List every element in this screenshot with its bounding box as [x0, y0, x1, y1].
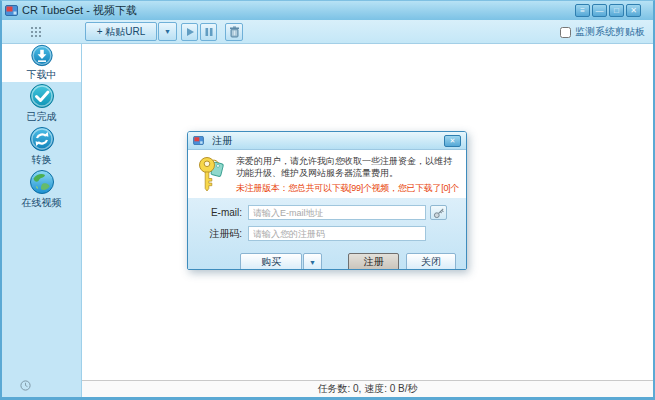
email-row: E-mail: — [198, 205, 456, 220]
minimize-icon[interactable]: — — [592, 4, 607, 17]
key-icon — [198, 156, 226, 196]
statusbar: 任务数: 0, 速度: 0 B/秒 — [82, 380, 653, 397]
regcode-field[interactable] — [248, 226, 426, 241]
close-icon[interactable]: ✕ — [626, 4, 641, 17]
globe-icon — [29, 169, 55, 195]
app-icon — [5, 5, 18, 16]
play-icon — [185, 27, 195, 37]
sidebar-item-online-video[interactable]: 在线视频 — [2, 168, 81, 211]
clipboard-checkbox[interactable] — [560, 27, 571, 38]
dialog-buttons: 购买 ▼ 注册 关闭 — [198, 247, 456, 270]
regcode-label: 注册码: — [198, 227, 242, 241]
buy-dropdown-icon[interactable]: ▼ — [303, 253, 321, 270]
dialog-title: 注册 — [212, 134, 232, 148]
register-message: 亲爱的用户，请允许我向您收取一些注册资金，以维持功能升级、维护及网站服务器流量费… — [236, 156, 458, 179]
sidebar-item-label: 转换 — [32, 153, 52, 167]
register-form: E-mail: 注册码: 购买 ▼ 注册 — [188, 198, 466, 242]
dialog-message-area: 亲爱的用户，请允许我向您收取一些注册资金，以维持功能升级、维护及网站服务器流量费… — [188, 150, 466, 198]
small-key-icon — [433, 207, 445, 219]
download-circle-icon — [29, 44, 55, 67]
paste-url-button[interactable]: + 粘贴URL — [85, 22, 157, 41]
sidebar-item-label: 在线视频 — [22, 196, 62, 210]
titlebar: CR TubeGet - 视频下载 ≡ — □ ✕ — [2, 1, 653, 20]
sidebar: 下载中 已完成 转换 — [2, 44, 82, 397]
buy-button[interactable]: 购买 — [240, 253, 302, 270]
sidebar-item-label: 下载中 — [27, 68, 57, 82]
status-text: 任务数: 0, 速度: 0 B/秒 — [317, 382, 417, 396]
delete-task-button[interactable] — [225, 23, 243, 41]
paste-url-dropdown-icon[interactable]: ▼ — [158, 22, 177, 41]
dialog-close-icon[interactable]: ✕ — [444, 135, 461, 147]
email-label: E-mail: — [198, 207, 242, 218]
pause-download-button[interactable] — [200, 23, 217, 41]
sidebar-item-label: 已完成 — [27, 110, 57, 124]
convert-circle-icon — [29, 126, 55, 152]
unregistered-warning: 未注册版本：您总共可以下载[99]个视频，您已下载了[0]个 — [236, 182, 458, 195]
sidebar-item-convert[interactable]: 转换 — [2, 125, 81, 168]
window-menu-icon[interactable]: ≡ — [575, 4, 590, 17]
window-controls: ≡ — □ ✕ — [575, 4, 641, 17]
toolbar: + 粘贴URL ▼ 监测系统剪贴板 — [2, 20, 653, 44]
drag-handle-icon[interactable] — [30, 26, 43, 39]
clock-icon — [20, 380, 31, 391]
trash-icon — [229, 26, 240, 38]
maximize-icon[interactable]: □ — [609, 4, 624, 17]
regcode-row: 注册码: — [198, 226, 456, 241]
sidebar-item-completed[interactable]: 已完成 — [2, 82, 81, 125]
clipboard-checkbox-label: 监测系统剪贴板 — [575, 25, 645, 39]
register-button[interactable]: 注册 — [348, 253, 400, 270]
dialog-body: 亲爱的用户，请允许我向您收取一些注册资金，以维持功能升级、维护及网站服务器流量费… — [188, 150, 466, 269]
start-download-button[interactable] — [181, 23, 198, 41]
register-dialog: 注册 ✕ 亲爱的用户，请允许我向您收取一些注册资金，以维持功能升级、维护及网站服… — [187, 131, 467, 270]
sidebar-item-downloading[interactable]: 下载中 — [2, 44, 81, 82]
dialog-titlebar: 注册 ✕ — [188, 132, 466, 150]
app-window: CR TubeGet - 视频下载 ≡ — □ ✕ + 粘贴URL ▼ — [0, 0, 655, 400]
check-circle-icon — [29, 83, 55, 109]
pause-icon — [204, 27, 214, 37]
fetch-code-button[interactable] — [430, 205, 447, 220]
email-field[interactable] — [248, 205, 426, 220]
window-title: CR TubeGet - 视频下载 — [22, 3, 137, 18]
clipboard-monitor-group: 监测系统剪贴板 — [560, 25, 645, 39]
dialog-app-icon — [193, 136, 204, 145]
dialog-message-text: 亲爱的用户，请允许我向您收取一些注册资金，以维持功能升级、维护及网站服务器流量费… — [236, 155, 458, 198]
dialog-close-button[interactable]: 关闭 — [406, 253, 456, 270]
